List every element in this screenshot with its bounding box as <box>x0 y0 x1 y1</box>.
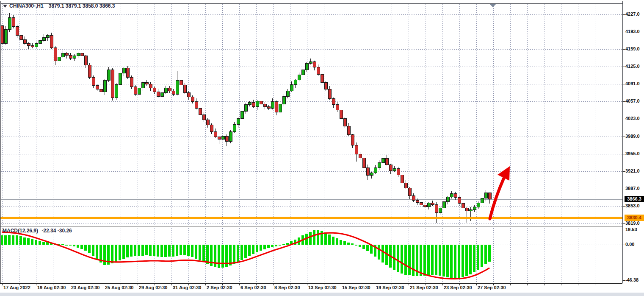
candle-down <box>157 92 160 96</box>
candle-up <box>221 137 224 140</box>
macd-bar <box>69 245 72 246</box>
candle-up <box>115 85 118 98</box>
macd-bar <box>73 245 75 246</box>
macd-bar <box>126 245 129 257</box>
macd-bar <box>423 245 426 276</box>
candle-down <box>408 188 411 196</box>
candle-up <box>103 81 106 92</box>
macd-bar <box>233 245 235 264</box>
macd-bar <box>164 245 167 257</box>
macd-bar <box>442 245 445 276</box>
candle-up <box>279 104 282 112</box>
candle-up <box>164 88 167 93</box>
macd-bar <box>279 245 281 246</box>
candle-up <box>107 70 110 80</box>
macd-bar <box>454 245 456 279</box>
macd-bar <box>80 245 83 249</box>
candle-down <box>260 101 263 104</box>
macd-bar <box>321 231 323 245</box>
candle-down <box>313 61 316 67</box>
candle-down <box>317 67 320 74</box>
trend-arrow[interactable] <box>490 166 510 219</box>
macd-bar <box>221 245 224 268</box>
macd-bar <box>313 230 315 245</box>
date-tick-label: 23 Sep 02:30 <box>444 285 472 290</box>
candle-down <box>50 36 53 48</box>
price-tick-label: 3887.0 <box>625 186 644 191</box>
macd-bar <box>435 245 437 275</box>
candle-up <box>8 17 11 29</box>
macd-bar <box>103 245 106 265</box>
candle-up <box>271 101 274 108</box>
candle-down <box>16 27 19 36</box>
candle-up <box>378 162 381 168</box>
candle-up <box>138 88 141 94</box>
candle-down <box>100 89 102 92</box>
candle-up <box>446 197 449 201</box>
candle-down <box>340 110 343 118</box>
candle-down <box>130 78 133 87</box>
candle-down <box>96 86 99 89</box>
candle-down <box>0 26 3 44</box>
candle-down <box>199 108 202 115</box>
candle-down <box>359 154 362 158</box>
macd-bar <box>362 245 365 249</box>
date-tick-label: 27 Sep 02:30 <box>478 285 506 290</box>
candle-up <box>42 37 45 40</box>
candle-up <box>305 64 308 70</box>
chart-frame <box>0 1 625 285</box>
macd-bar <box>401 245 403 274</box>
macd-bar <box>27 238 30 245</box>
candle-down <box>404 183 407 188</box>
candle-up <box>481 198 484 203</box>
date-tick-label: 19 Sep 02:30 <box>376 285 404 290</box>
macd-bar <box>256 245 258 252</box>
candle-up <box>439 208 442 213</box>
candle-up <box>484 193 487 198</box>
price-tick-label: 4023.0 <box>625 116 644 121</box>
candle-down <box>401 175 404 183</box>
candle-down <box>210 125 213 132</box>
candle-down <box>88 65 91 78</box>
macd-bar <box>31 239 33 245</box>
macd-bar <box>275 245 277 246</box>
macd-bar <box>218 245 220 268</box>
macd-bar <box>462 245 464 277</box>
macd-bar <box>202 245 205 262</box>
macd-bar <box>408 245 411 275</box>
candle-up <box>290 85 293 91</box>
symbol-dropdown-arrow-icon <box>3 5 7 8</box>
candle-down <box>324 83 327 89</box>
macd-bar <box>427 245 430 275</box>
candle-down <box>385 159 388 165</box>
window-bottom-strip <box>0 293 644 296</box>
candle-down <box>465 208 468 211</box>
macd-bar <box>23 237 26 245</box>
macd-bar <box>420 245 422 276</box>
macd-bar <box>282 244 285 245</box>
macd-bar <box>149 245 152 256</box>
ohlc-values: 3879.1 3879.1 3858.0 3866.3 <box>49 3 115 9</box>
macd-bar <box>324 232 327 245</box>
macd-bar <box>252 245 254 254</box>
macd-bar <box>176 245 178 256</box>
macd-bar <box>477 245 479 270</box>
candle-down <box>420 202 423 205</box>
macd-bar <box>172 245 174 257</box>
chart-shift-marker[interactable] <box>490 4 496 7</box>
candle-up <box>393 169 396 171</box>
candle-up <box>301 70 304 75</box>
date-tick-label: 25 Aug 02:30 <box>105 285 133 290</box>
candle-down <box>54 48 57 61</box>
candle-down <box>397 169 400 175</box>
macd-bar <box>359 245 361 247</box>
chart-canvas[interactable] <box>0 0 644 296</box>
candle-up <box>450 194 453 197</box>
candle-down <box>362 158 365 168</box>
candle-down <box>65 53 68 56</box>
candle-down <box>191 97 194 102</box>
macd-tick-label: -46.38 <box>625 277 644 282</box>
candle-down <box>332 98 335 104</box>
candle-up <box>122 68 125 73</box>
candle-down <box>195 101 198 108</box>
